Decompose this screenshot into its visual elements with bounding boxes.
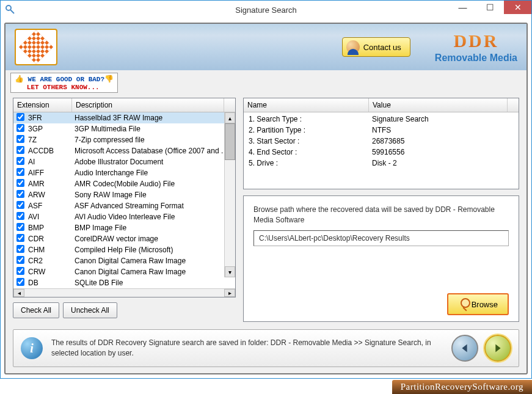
- info-row: 3. Start Sector :26873685: [244, 136, 519, 147]
- info-value: NTFS: [372, 126, 519, 134]
- watermark: PartitionRecoverySoftware.org: [392, 380, 532, 394]
- ext-name: ACCDB: [27, 147, 75, 155]
- ext-row[interactable]: AIAdobe Illustrator Document: [13, 156, 235, 167]
- magnifier-icon: [454, 298, 467, 310]
- browse-button[interactable]: Browse: [447, 293, 509, 315]
- ext-checkbox[interactable]: [16, 201, 24, 209]
- ext-name: CDR: [27, 235, 75, 243]
- ext-row[interactable]: AIFFAudio Interchange File: [13, 167, 235, 178]
- ext-checkbox[interactable]: [16, 223, 24, 231]
- ext-desc: AMR Codec(Mobile Audio) File: [75, 180, 235, 188]
- ext-checkbox[interactable]: [16, 256, 24, 264]
- scroll-down-button[interactable]: ▾: [225, 266, 235, 277]
- col-value[interactable]: Value: [369, 98, 508, 112]
- next-button[interactable]: [484, 335, 511, 362]
- ext-row[interactable]: CDRCorelDRAW vector image: [13, 233, 235, 244]
- info-value: Disk - 2: [372, 159, 519, 167]
- header-band: Contact us DDR Removable Media: [5, 24, 527, 70]
- info-name: 1. Search Type :: [244, 115, 372, 123]
- ext-desc: Adobe Illustrator Document: [75, 158, 235, 166]
- ext-checkbox[interactable]: [16, 113, 24, 121]
- person-icon: [346, 40, 360, 54]
- check-all-button[interactable]: Check All: [13, 302, 59, 318]
- ext-checkbox[interactable]: [16, 135, 24, 143]
- ext-row[interactable]: AVIAVI Audio Video Interleave File: [13, 211, 235, 222]
- ext-name: AIFF: [27, 169, 75, 177]
- info-table-body: 1. Search Type :Signature Search2. Parti…: [244, 112, 519, 170]
- scroll-right-button[interactable]: ▸: [224, 289, 235, 297]
- scroll-up-button[interactable]: ▴: [225, 112, 235, 123]
- ext-row[interactable]: BMPBMP Image File: [13, 222, 235, 233]
- col-name[interactable]: Name: [244, 98, 369, 112]
- review-bar: 👍 WE ARE GOOD OR BAD?👎 LET OTHERS KNOW..…: [5, 70, 527, 95]
- col-description[interactable]: Description: [72, 98, 224, 112]
- ext-row[interactable]: CRWCanon Digital Camera Raw Image: [13, 266, 235, 277]
- scroll-left-button[interactable]: ◂: [13, 289, 24, 297]
- brand-block: DDR Removable Media: [435, 31, 517, 64]
- scroll-thumb[interactable]: [225, 123, 235, 160]
- ext-desc: AVI Audio Video Interleave File: [75, 213, 235, 221]
- arrow-right-icon: [491, 341, 505, 355]
- ext-checkbox[interactable]: [16, 190, 24, 198]
- ext-desc: Audio Interchange File: [75, 169, 235, 177]
- review-link[interactable]: 👍 WE ARE GOOD OR BAD?👎 LET OTHERS KNOW..…: [10, 73, 118, 93]
- brand-sub: Removable Media: [435, 53, 517, 64]
- close-button[interactable]: ✕: [504, 1, 531, 14]
- minimize-button[interactable]: —: [449, 1, 476, 14]
- ext-row[interactable]: DBSQLite DB File: [13, 277, 235, 288]
- ext-row[interactable]: CHMCompiled Help File (Microsoft): [13, 244, 235, 255]
- info-row: 4. End Sector :59916556: [244, 147, 519, 158]
- extensions-panel: Extension Description 3FRHasselblad 3F R…: [13, 98, 236, 297]
- ext-name: 3GP: [27, 125, 75, 133]
- ext-row[interactable]: 3FRHasselblad 3F RAW Image: [13, 112, 235, 123]
- ext-checkbox[interactable]: [16, 245, 24, 253]
- contact-label: Contact us: [363, 43, 401, 52]
- info-value: 59916556: [372, 148, 519, 156]
- ext-checkbox[interactable]: [16, 168, 24, 176]
- ext-row[interactable]: CR2Canon Digital Camera Raw Image: [13, 255, 235, 266]
- ext-row[interactable]: ASFASF Advanced Streaming Format: [13, 200, 235, 211]
- ext-desc: Sony RAW Image File: [75, 191, 235, 199]
- ext-desc: Canon Digital Camera Raw Image: [75, 257, 235, 265]
- info-value: Signature Search: [372, 115, 519, 123]
- back-button[interactable]: [451, 335, 478, 362]
- thumb-up-icon: 👍: [15, 75, 24, 84]
- ext-row[interactable]: AMRAMR Codec(Mobile Audio) File: [13, 178, 235, 189]
- brand-main: DDR: [435, 31, 517, 51]
- ext-checkbox[interactable]: [16, 234, 24, 242]
- info-table-header: Name Value: [244, 98, 519, 112]
- ext-checkbox[interactable]: [16, 146, 24, 154]
- info-name: 4. End Sector :: [244, 148, 372, 156]
- col-extension[interactable]: Extension: [13, 98, 72, 112]
- ext-row[interactable]: 3GP3GP Multimedia File: [13, 123, 235, 134]
- uncheck-all-button[interactable]: Uncheck All: [63, 302, 117, 318]
- info-row: 2. Partition Type :NTFS: [244, 125, 519, 136]
- svg-line-1: [10, 10, 14, 13]
- info-panel: Name Value 1. Search Type :Signature Sea…: [243, 98, 519, 189]
- horizontal-scrollbar[interactable]: ◂ ▸: [13, 288, 235, 297]
- ext-checkbox[interactable]: [16, 124, 24, 132]
- info-row: 5. Drive :Disk - 2: [244, 158, 519, 169]
- maximize-button[interactable]: ☐: [476, 1, 504, 14]
- ext-checkbox[interactable]: [16, 212, 24, 220]
- ext-desc: Compiled Help File (Microsoft): [75, 246, 235, 254]
- browse-panel: Browse path where the recovered data wil…: [243, 195, 519, 322]
- ext-desc: 3GP Multimedia File: [75, 125, 235, 133]
- vertical-scrollbar[interactable]: ▴ ▾: [224, 112, 235, 277]
- ext-name: AMR: [27, 180, 75, 188]
- info-name: 3. Start Sector :: [244, 137, 372, 145]
- ext-checkbox[interactable]: [16, 179, 24, 187]
- window-controls: — ☐ ✕: [449, 1, 531, 14]
- ext-row[interactable]: ARWSony RAW Image File: [13, 189, 235, 200]
- contact-us-button[interactable]: Contact us: [342, 37, 410, 57]
- ext-name: CRW: [27, 268, 75, 276]
- ext-table-body[interactable]: 3FRHasselblad 3F RAW Image3GP3GP Multime…: [13, 112, 235, 288]
- svg-point-0: [6, 5, 11, 10]
- ext-row[interactable]: 7Z7-Zip compressed file: [13, 134, 235, 145]
- footer-text: The results of DDR Recovery Signature se…: [51, 338, 443, 359]
- ext-row[interactable]: ACCDBMicrosoft Access Database (Office 2…: [13, 145, 235, 156]
- ext-checkbox[interactable]: [16, 278, 24, 286]
- ext-checkbox[interactable]: [16, 157, 24, 165]
- save-path-field[interactable]: C:\Users\ALbert-pc\Desktop\Recovery Resu…: [253, 230, 509, 246]
- ext-checkbox[interactable]: [16, 267, 24, 275]
